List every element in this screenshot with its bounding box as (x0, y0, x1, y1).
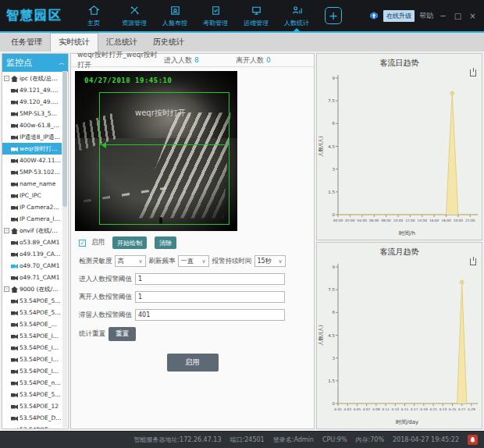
y-tick-label: 7.5 (328, 287, 335, 292)
camera-icon (11, 123, 18, 129)
tree-camera[interactable]: o49.71_CAM1 (2, 272, 62, 283)
peak-marker (450, 91, 454, 95)
tree-camera[interactable]: 5MP-53.102_5MP-... (2, 166, 62, 178)
tree-item-label: IP Camera_IP Cam... (20, 215, 62, 222)
tree-camera[interactable]: 53.54POE_IP通道9 (2, 330, 62, 342)
scrollbar-thumb[interactable] (62, 71, 67, 207)
threshold-input[interactable] (135, 309, 285, 321)
camera-icon (11, 87, 18, 94)
tree-item-label: 53.54POE_51.24IP... (20, 391, 62, 398)
sidebar-scrollbar[interactable] (62, 71, 67, 428)
tree-camera[interactable]: IP Camera_IP Cam... (2, 213, 62, 225)
tree-camera[interactable]: 400w-61.8_400w-6... (2, 119, 62, 131)
draw-region-button[interactable]: 开始绘制 (112, 236, 147, 249)
close-button[interactable]: × (468, 12, 478, 20)
x-tick-label: 4-29 (468, 407, 475, 411)
tree-expander-icon[interactable]: - (4, 286, 9, 292)
status-item: CPU:9% (322, 436, 347, 443)
enable-checkbox[interactable]: ✓ (79, 240, 86, 247)
y-axis-label: 人数/(人) (318, 325, 324, 346)
threshold-input[interactable] (135, 273, 285, 285)
reset-button[interactable]: 重置 (109, 327, 136, 341)
tab-历史统计[interactable]: 历史统计 (145, 34, 192, 52)
tree-camera[interactable]: 53.54POE_51.24IP... (2, 389, 62, 400)
x-tick-label: 4-25 (449, 407, 457, 411)
tree-camera[interactable]: 53.54POE_IP Came... (2, 365, 62, 377)
tab-任务管理[interactable]: 任务管理 (3, 34, 50, 52)
collapse-icon[interactable]: ︿ (59, 59, 65, 67)
nav-item-资源管理[interactable]: 资源管理 (114, 0, 155, 31)
tree-group[interactable]: -onvif (在线/总数:2/4) (2, 225, 62, 236)
nav-item-主页[interactable]: 主页 (73, 0, 114, 31)
tree-camera[interactable]: o53.89_CAM1 (2, 236, 62, 248)
maximize-button[interactable]: □ (453, 12, 463, 20)
chart-title: 客流日趋势 (317, 58, 482, 69)
navbar: 智慧园区 主页资源管理人脸布控考勤管理运维管理人数统计 + 在线升级 帮助 ─ … (0, 0, 484, 31)
tree-item-label: o49.70_CAM1 (20, 262, 59, 269)
tree-expander-icon[interactable]: - (4, 228, 9, 233)
tree-camera[interactable]: 53.54POE_IP came... (2, 354, 62, 365)
clear-region-button[interactable]: 清除 (155, 236, 176, 249)
tree-camera[interactable]: 53.54POE_12 (2, 400, 62, 412)
tree-camera[interactable]: IPC_IPC (2, 190, 62, 201)
select-刷新频率[interactable]: 一直∨ (178, 255, 209, 267)
sidebar-header[interactable]: 监控点 ︿ (2, 54, 68, 72)
tree-camera[interactable]: 53.54POE_IP came... (2, 342, 62, 354)
select-报警持续时间[interactable]: 15秒∨ (254, 255, 286, 267)
y-tick-label: 4.5 (328, 333, 335, 338)
video-feed[interactable]: 04/27/2018 19:45:10 weqr按时打开 (75, 71, 237, 231)
upgrade-icon[interactable] (369, 11, 379, 20)
apply-button[interactable]: 启用 (167, 354, 219, 372)
alarm-icon[interactable] (468, 435, 478, 445)
enable-row: ✓ 启用 开始绘制 清除 (79, 236, 306, 249)
save-image-icon[interactable] (470, 258, 476, 265)
tree-item-label: 53.54POE_测试通道 (20, 321, 62, 329)
tree-expander-icon[interactable]: - (4, 76, 9, 81)
tree-camera[interactable]: weqr按时打开_weq... (2, 143, 62, 155)
tab-汇总统计[interactable]: 汇总统计 (98, 34, 145, 52)
help-button[interactable]: 帮助 (419, 11, 433, 21)
tree-camera[interactable]: 53.54POE_51.29 (2, 295, 62, 307)
tree-camera[interactable]: o49.139_CAM1 (2, 248, 62, 260)
tree-camera[interactable]: 53.54POE_51.32 (2, 307, 62, 318)
tree-group[interactable]: -ipc (在线/总数:8/12) (2, 73, 62, 84)
save-image-icon[interactable] (470, 69, 476, 76)
camera-icon (11, 427, 18, 429)
tab-实时统计[interactable]: 实时统计 (50, 33, 98, 52)
tree-camera[interactable]: 53.54POE_测试通道 (2, 318, 62, 330)
tree-item-label: 5MP-SL3_5MP-SL3 (20, 110, 62, 117)
minimize-button[interactable]: ─ (438, 12, 448, 20)
tab-bar: 任务管理实时统计汇总统计历史统计 (0, 31, 484, 52)
nav-item-人数统计[interactable]: 人数统计 (276, 0, 317, 31)
tree-camera[interactable]: IP通道8_IP通道8 (2, 131, 62, 143)
tree-camera[interactable]: 49.120_49.120 (2, 96, 62, 108)
tree-camera[interactable]: IP Camera2_IP Ca... (2, 201, 62, 213)
nav-item-人脸布控[interactable]: 人脸布控 (155, 0, 195, 31)
tree-camera[interactable]: 400W-42.114_400... (2, 155, 62, 166)
nav-item-label: 主页 (87, 19, 100, 27)
tree-camera[interactable]: 53.54POE_DEVICE... (2, 412, 62, 424)
tree-camera[interactable]: 53.54POE_name (2, 377, 62, 389)
add-module-button[interactable]: + (325, 7, 342, 24)
camera-icon (11, 181, 18, 187)
main-nav: 主页资源管理人脸布控考勤管理运维管理人数统计 (73, 0, 317, 31)
threshold-input[interactable] (135, 291, 285, 303)
camera-icon (11, 216, 18, 222)
tree-item-label: 53.54POE_51.29 (20, 297, 62, 304)
nav-item-考勤管理[interactable]: 考勤管理 (195, 0, 236, 31)
reset-label: 统计重置 (79, 329, 105, 339)
tree-camera[interactable]: 53.54POE_人脸 (2, 424, 62, 428)
upgrade-badge[interactable]: 在线升级 (383, 10, 415, 22)
nav-item-运维管理[interactable]: 运维管理 (236, 0, 276, 31)
tree-camera[interactable]: 5MP-SL3_5MP-SL3 (2, 108, 62, 119)
select-检测灵敏度[interactable]: 高∨ (115, 255, 146, 267)
tree-camera[interactable]: 49.121_49.121 (2, 84, 62, 96)
tree-camera[interactable]: o49.70_CAM1 (2, 260, 62, 272)
threshold-label: 滞留人数报警阈值 (79, 311, 132, 320)
face-control-icon (169, 4, 182, 17)
tree-camera[interactable]: name_name (2, 178, 62, 190)
chart-plot: 01.534.567.5900:0002:0004:0006:0008:0010… (317, 69, 482, 240)
chart-title: 客流月趋势 (317, 247, 482, 258)
status-item: 内存:70% (356, 436, 384, 444)
tree-group[interactable]: -9000 (在线/总数:20/65) (2, 283, 62, 295)
